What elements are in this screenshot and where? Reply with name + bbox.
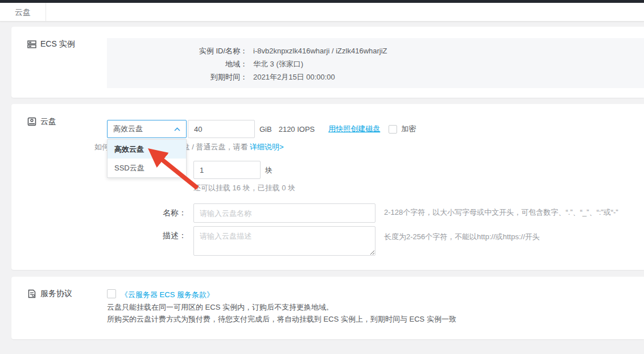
disk-config-row: 高效云盘 GiB 2120 IOPS 用快照创建磁盘 加密 [107, 120, 416, 138]
chevron-up-icon [174, 127, 180, 131]
disk-desc-textarea[interactable] [193, 226, 375, 256]
disk-desc-hint: 长度为2-256个字符，不能以http://或https://开头 [384, 232, 540, 242]
disk-section-head: 云盘 [27, 116, 56, 127]
agreement-section-title: 服务协议 [40, 289, 72, 299]
tab-cloud-disk[interactable]: 云盘 [0, 3, 46, 21]
expire-time-row: 到期时间： 2021年2月15日 00:00:00 [107, 70, 644, 84]
expire-time-label: 到期时间： [107, 72, 247, 82]
service-agreement-card: 服务协议 《云服务器 ECS 服务条款》 云盘只能挂载在同一可用区的 ECS 实… [11, 277, 644, 339]
disk-iops-text: 2120 IOPS [279, 125, 315, 134]
agreement-section-head: 服务协议 [27, 289, 72, 299]
instance-id-row: 实例 ID/名称： i-8vb2knpxzlk416wharji / iZzlk… [107, 44, 644, 57]
disk-quantity-unit: 块 [265, 165, 273, 176]
server-icon [27, 40, 36, 49]
cloud-disk-card: 云盘 高效云盘 GiB 2120 IOPS 用快照创建磁盘 加密 如何选择高效云… [11, 104, 644, 270]
disk-desc-label: 描述： [147, 231, 187, 241]
dropdown-option-efficient-disk[interactable]: 高效云盘 [108, 140, 186, 159]
disk-icon [27, 117, 36, 126]
agreement-note-line2: 所购买的云盘计费方式为预付费，待您支付完成后，将自动挂载到 ECS 实例上，到期… [107, 314, 456, 324]
agreement-doc-icon [27, 289, 36, 298]
ecs-instance-card: ECS 实例 实例 ID/名称： i-8vb2knpxzlk416wharji … [11, 27, 644, 98]
region-label: 地域： [107, 59, 247, 69]
disk-type-selected-value: 高效云盘 [113, 124, 143, 134]
disk-type-select[interactable]: 高效云盘 [107, 120, 187, 138]
expire-time-value: 2021年2月15日 00:00:00 [253, 72, 335, 82]
disk-name-hint: 2-128个字符，以大小写字母或中文开头，可包含数字、“.”、“_”、“:”或“… [384, 207, 618, 218]
instance-id-label: 实例 ID/名称： [107, 46, 247, 56]
disk-size-input[interactable] [188, 120, 255, 138]
disk-name-input[interactable] [193, 203, 375, 223]
ecs-section-title: ECS 实例 [40, 39, 75, 49]
ecs-section-head: ECS 实例 [27, 39, 75, 49]
encrypt-label: 加密 [401, 124, 416, 134]
region-row: 地域： 华北 3 (张家口) [107, 57, 644, 70]
region-value: 华北 3 (张家口) [253, 59, 303, 69]
mount-capacity-info: 还可以挂载 16 块，已挂载 0 块 [193, 183, 295, 193]
dropdown-option-ssd-disk[interactable]: SSD云盘 [108, 159, 186, 177]
disk-name-label: 名称： [147, 208, 187, 218]
disk-section-title: 云盘 [40, 116, 56, 127]
disk-quantity-input[interactable] [193, 161, 261, 179]
agreement-note-line1: 云盘只能挂载在同一可用区的 ECS 实例内，订购后不支持更换地域。 [107, 302, 333, 313]
tab-bar: 云盘 [0, 3, 644, 22]
disk-type-detail-link[interactable]: 详细说明> [250, 143, 284, 151]
disk-type-dropdown: 高效云盘 SSD云盘 [107, 139, 187, 178]
terms-link[interactable]: 《云服务器 ECS 服务条款》 [121, 290, 214, 300]
disk-size-unit: GiB [259, 125, 272, 134]
create-from-snapshot-link[interactable]: 用快照创建磁盘 [328, 124, 380, 134]
instance-id-value: i-8vb2knpxzlk416wharji / iZzlk416wharjiZ [253, 47, 387, 55]
encrypt-checkbox[interactable] [389, 125, 397, 134]
terms-checkbox[interactable] [107, 289, 116, 298]
instance-info-panel: 实例 ID/名称： i-8vb2knpxzlk416wharji / iZzlk… [107, 38, 644, 88]
